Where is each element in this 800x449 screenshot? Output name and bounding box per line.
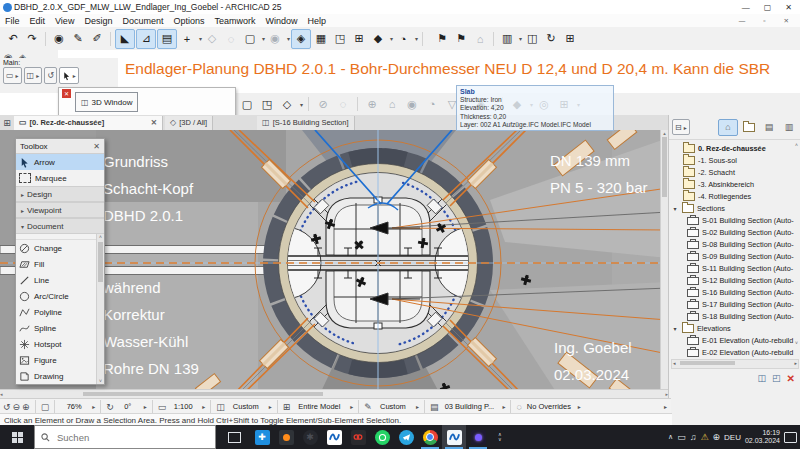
delete-icon[interactable]: ✕ (787, 373, 795, 384)
section-item[interactable]: S-16 Building Section (Auto- (671, 286, 800, 298)
sun-button[interactable]: ◉ (403, 95, 421, 113)
tray-clock[interactable]: 16:19 02.03.2024 (745, 429, 780, 445)
publisher-icon[interactable]: ▥ (780, 120, 798, 135)
tab-floor-plan[interactable]: ▭[0. Rez-de-chaussée] ✕ (14, 116, 163, 130)
elevations-group[interactable]: ▾Elevations (671, 322, 800, 334)
gravity-alt-button[interactable]: ◌ (222, 30, 240, 48)
zoom-level[interactable]: 76% (60, 402, 88, 411)
clone-folder-icon[interactable]: ◫ (758, 373, 767, 383)
zoom-window-button[interactable]: ⊞ (350, 30, 368, 48)
suspend-groups-button[interactable]: ◉ (266, 30, 284, 48)
doc-minimize-button[interactable]: — (734, 17, 751, 25)
dimension-style-button[interactable]: ▦ (312, 30, 330, 48)
minimize-button[interactable]: — (742, 3, 750, 12)
camera-button[interactable]: ⌂ (383, 95, 401, 113)
inject-parameters-button[interactable]: ✐ (88, 30, 106, 48)
tab-overview-icon[interactable]: ⊞ (0, 118, 14, 128)
redo-button[interactable]: ↷ (23, 30, 41, 48)
story-item[interactable]: -4. Rotliegendes (671, 190, 800, 202)
view-settings-button[interactable]: ▭▸ (3, 67, 22, 84)
tool-arc-circle[interactable]: Arc/Circle (16, 288, 97, 304)
app-archicad[interactable] (322, 425, 346, 449)
story-item[interactable]: -2. Schacht (671, 166, 800, 178)
toolbox-group-document[interactable]: ▾Document (16, 218, 104, 234)
flag-copy-button[interactable]: ⚑ (452, 30, 470, 48)
menu-document[interactable]: Document (117, 16, 168, 26)
menu-edit[interactable]: Edit (25, 16, 51, 26)
app-archicad-active[interactable] (442, 425, 466, 449)
section-item[interactable]: S-11 Building Section (Auto- (671, 262, 800, 274)
tab-close-icon[interactable]: ✕ (151, 118, 157, 127)
section-item[interactable]: S-02 Building Section (Auto- (671, 226, 800, 238)
tab-section-s16[interactable]: ◫[S-16 Building Section] (257, 116, 354, 130)
copy-settings-button[interactable]: ◫ (523, 30, 541, 48)
menu-options[interactable]: Options (168, 16, 209, 26)
tray-network-icon[interactable]: ⊕ (713, 432, 721, 442)
orbit-button[interactable]: ↺ (44, 67, 57, 84)
tray-media-icon[interactable]: ♫ (690, 432, 697, 442)
app-photos[interactable] (466, 425, 490, 449)
tool-hotspot[interactable]: Hotspot (16, 336, 97, 352)
grid-snap-button[interactable]: + (178, 30, 196, 48)
menu-design[interactable]: Design (79, 16, 117, 26)
navigator-hscrollbar[interactable]: ◂▸ (671, 359, 799, 369)
canvas-vscrollbar[interactable]: ▴ (660, 130, 668, 390)
flag-tool-button[interactable]: ⚑ (433, 30, 451, 48)
app-telegram[interactable] (394, 425, 418, 449)
doc-restore-button[interactable]: ▫ (758, 17, 770, 25)
fit-in-window-button[interactable]: ◳ (331, 30, 349, 48)
story-item[interactable]: 0. Rez-de-chaussée (671, 142, 800, 154)
menu-teamwork[interactable]: Teamwork (209, 16, 260, 26)
3d-visualization-button[interactable]: ◆ (369, 30, 387, 48)
zoom-in-icon[interactable]: ⊕ (22, 402, 30, 412)
section-item[interactable]: S-12 Building Section (Auto- (671, 274, 800, 286)
organize-button[interactable]: ⊞ (561, 30, 579, 48)
fit-view-icon[interactable]: ▢ (41, 402, 50, 412)
view-map-icon[interactable] (740, 120, 758, 135)
snap-points-button[interactable]: ▤ (157, 29, 177, 49)
elevation-item[interactable]: E-01 Elevation (Auto-rebuild (671, 334, 800, 346)
pen-set[interactable]: Custom (374, 402, 412, 411)
guide-lines-button[interactable]: ◣ (115, 29, 135, 49)
dimension-standard[interactable]: 03 Building P... (440, 402, 498, 411)
find-select-button[interactable]: ◉ (50, 30, 68, 48)
layer-combination[interactable]: Custom (227, 402, 265, 411)
gravity-button[interactable]: ◇ (203, 30, 221, 48)
app-whatsapp[interactable] (370, 425, 394, 449)
navigator-tree-button[interactable]: ⊟▸ (672, 119, 690, 135)
section-item[interactable]: S-09 Building Section (Auto- (671, 250, 800, 262)
app-chrome[interactable] (418, 425, 442, 449)
tool-fill[interactable]: Fill (16, 256, 97, 272)
menu-view[interactable]: View (50, 16, 79, 26)
section-item[interactable]: S-01 Building Section (Auto- (671, 214, 800, 226)
layout-book-icon[interactable]: ▤ (760, 120, 778, 135)
overrides[interactable]: No Overrides (524, 402, 574, 411)
section-item[interactable]: S-18 Building Section (Auto- (671, 310, 800, 322)
tool-line[interactable]: Line (16, 272, 97, 288)
orbit-mode-button[interactable]: ◌ (334, 95, 352, 113)
story-item[interactable]: -3. Absinkbereich (671, 178, 800, 190)
project-map-icon[interactable]: ⌂ (718, 119, 738, 136)
tool-arrow[interactable]: Arrow (16, 154, 104, 170)
tool-drawing[interactable]: Drawing (16, 368, 97, 384)
app-toolbox[interactable]: ✚ (250, 425, 274, 449)
app-fan[interactable]: ✱ (298, 425, 322, 449)
clock-tool-button[interactable]: ◔ (394, 30, 412, 48)
section-item[interactable]: S-17 Building Section (Auto- (671, 298, 800, 310)
search-input[interactable] (55, 431, 179, 444)
pan-icon[interactable]: ↺ (3, 402, 11, 412)
toolbox-close-icon[interactable]: ✕ (93, 142, 100, 151)
toolbox-group-viewpoint[interactable]: ▸Viewpoint (16, 202, 104, 218)
snap-guides-button[interactable]: ⊿ (136, 29, 156, 49)
layers-dialog-button[interactable]: ▥ (498, 30, 516, 48)
navigator-vscrollbar[interactable]: ˄˅ (793, 142, 800, 346)
canvas-hscrollbar[interactable]: ◂▸ (0, 389, 668, 398)
toolbox-scrollbar[interactable]: ˄˅ (96, 234, 104, 384)
pick-up-parameters-button[interactable]: ✎ (69, 30, 87, 48)
rebuild-button[interactable]: ↻ (542, 30, 560, 48)
section-item[interactable]: S-08 Building Section (Auto- (671, 238, 800, 250)
tray-display-icon[interactable]: ▭ (677, 432, 686, 442)
scale-value[interactable]: 1:100 (168, 402, 198, 411)
undo-button[interactable]: ↶ (4, 30, 22, 48)
model-filter[interactable]: Entire Model (292, 402, 346, 411)
